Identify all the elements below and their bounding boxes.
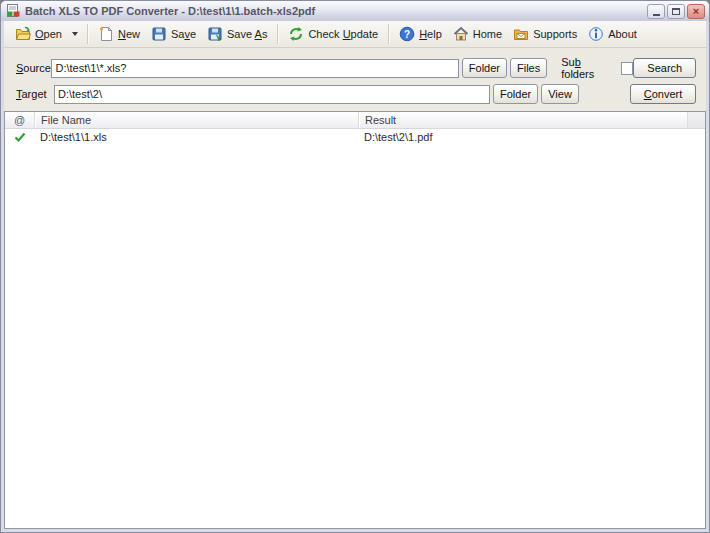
list-header: @ File Name Result [5, 112, 705, 129]
maximize-icon [672, 8, 680, 15]
toolbar-separator [87, 24, 88, 44]
convert-button[interactable]: Convert [630, 84, 696, 104]
source-label: Source [16, 62, 51, 74]
table-row[interactable]: D:\test\1\1.xls D:\test\2\1.pdf [5, 129, 705, 145]
about-info-icon [588, 26, 604, 42]
refresh-arrows-icon [288, 26, 304, 42]
check-update-label: Check Update [308, 28, 378, 40]
toolbar: Open New [4, 21, 706, 48]
open-dropdown-button[interactable] [68, 29, 82, 39]
maximize-button[interactable] [667, 4, 685, 19]
help-label: Help [419, 28, 442, 40]
supports-folder-icon [513, 26, 529, 42]
save-label: Save [171, 28, 196, 40]
column-header-file-name[interactable]: File Name [35, 112, 359, 128]
svg-text:?: ? [404, 29, 410, 40]
save-as-button[interactable]: Save As [202, 23, 272, 45]
save-as-label: Save As [227, 28, 267, 40]
app-icon [5, 3, 21, 19]
supports-label: Supports [533, 28, 577, 40]
about-button[interactable]: About [583, 23, 642, 45]
target-row: Target Folder View Convert [16, 84, 696, 104]
result-cell: D:\test\2\1.pdf [359, 131, 688, 143]
new-label: New [118, 28, 140, 40]
form-panel: Source Folder Files Sub folders Search T… [4, 48, 706, 111]
window-title: Batch XLS TO PDF Converter - D:\test\1\1… [25, 5, 643, 17]
chevron-down-icon [72, 32, 78, 36]
source-folder-button[interactable]: Folder [462, 58, 507, 78]
home-label: Home [473, 28, 502, 40]
open-label: Open [35, 28, 62, 40]
file-list: @ File Name Result D:\test\1\1.xls D:\te… [4, 111, 706, 529]
list-body: D:\test\1\1.xls D:\test\2\1.pdf [5, 129, 705, 528]
check-update-button[interactable]: Check Update [283, 23, 383, 45]
open-button[interactable]: Open [10, 23, 67, 45]
open-folder-icon [15, 26, 31, 42]
toolbar-separator [277, 24, 278, 44]
file-name-cell: D:\test\1\1.xls [35, 131, 359, 143]
titlebar: Batch XLS TO PDF Converter - D:\test\1\1… [1, 1, 709, 21]
target-input[interactable] [54, 85, 490, 104]
source-files-button[interactable]: Files [510, 58, 547, 78]
target-folder-button[interactable]: Folder [493, 84, 538, 104]
supports-button[interactable]: Supports [508, 23, 582, 45]
toolbar-separator [388, 24, 389, 44]
target-label: Target [16, 88, 54, 100]
column-header-status[interactable]: @ [5, 112, 35, 128]
save-button[interactable]: Save [146, 23, 201, 45]
new-document-icon [98, 26, 114, 42]
close-icon: × [693, 6, 699, 17]
sub-folders-checkbox[interactable] [621, 62, 633, 75]
search-button[interactable]: Search [633, 58, 696, 78]
help-button[interactable]: ? Help [394, 23, 447, 45]
column-header-result[interactable]: Result [359, 112, 688, 128]
home-house-icon [453, 26, 469, 42]
save-floppy-icon [151, 26, 167, 42]
source-input[interactable] [51, 59, 458, 78]
close-button[interactable]: × [687, 4, 705, 19]
new-button[interactable]: New [93, 23, 145, 45]
sub-folders-label: Sub folders [561, 56, 613, 80]
home-button[interactable]: Home [448, 23, 507, 45]
column-header-filler [688, 112, 705, 128]
source-row: Source Folder Files Sub folders Search [16, 58, 696, 78]
window-controls: × [647, 4, 705, 19]
app-window: Batch XLS TO PDF Converter - D:\test\1\1… [0, 0, 710, 533]
window-frame: Open New [4, 21, 706, 529]
minimize-button[interactable] [647, 4, 665, 19]
about-label: About [608, 28, 637, 40]
save-as-floppy-icon [207, 26, 223, 42]
help-question-icon: ? [399, 26, 415, 42]
target-view-button[interactable]: View [541, 84, 579, 104]
minimize-icon [653, 14, 660, 16]
green-check-icon [5, 132, 35, 143]
